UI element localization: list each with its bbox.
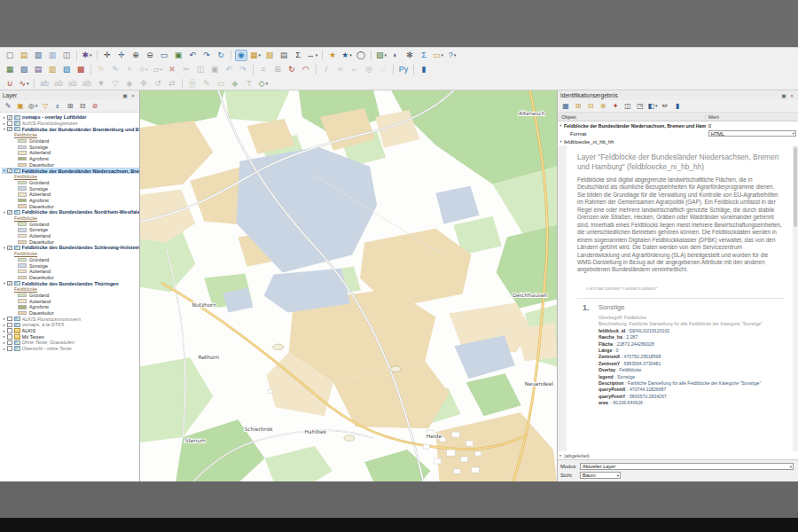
layer-checkbox[interactable] (7, 121, 12, 126)
select-features-icon[interactable]: ▦▾ (249, 50, 262, 61)
layer-checkbox[interactable] (7, 340, 12, 346)
statistics-summary-icon[interactable]: Σ (418, 50, 430, 61)
vertical-scrollbar[interactable] (793, 145, 798, 451)
split-features-icon[interactable]: / (320, 64, 332, 75)
layer-tree-item[interactable]: ▸Übersicht - ohne Texte (2, 346, 139, 352)
add-delimited-text-layer-icon[interactable]: ▥ (46, 64, 59, 75)
layer-tree-item[interactable]: ▾Feldblöcke des Bundeslandes Schleswig-H… (2, 245, 139, 251)
new-print-layout-icon[interactable]: ◫ (60, 50, 73, 61)
message-log-icon[interactable]: ▭▾ (432, 50, 444, 61)
expand-tree-icon[interactable]: ⊞ (573, 101, 583, 111)
save-edits-icon[interactable]: ✎ (109, 64, 121, 75)
offset-curve-icon[interactable]: ◠ (300, 64, 312, 75)
result-layer-row[interactable]: ▾ Feldblöcke der Bundesländer Niedersach… (558, 121, 798, 129)
layer-checkbox[interactable] (7, 317, 12, 322)
style-manager-icon[interactable]: ✱▾ (81, 50, 93, 61)
layer-tree-item[interactable]: ▸Mit Texten (2, 333, 139, 340)
scrollbar-thumb[interactable] (794, 147, 797, 227)
rotate-label-icon[interactable]: ab (66, 78, 79, 90)
decorations-icon[interactable]: ▒ (186, 78, 199, 90)
label-toolbar-labeling-icon[interactable]: ab (38, 78, 51, 90)
trim-extend-icon[interactable]: ⌐ (348, 64, 361, 75)
toggle-editing-icon[interactable]: ✎ (95, 64, 107, 75)
map-canvas[interactable]: AlteneschDeichhausenNutzhornRethornNeuen… (140, 90, 557, 481)
vertex-tool-icon[interactable]: ▱▾ (152, 64, 164, 75)
add-raster-layer-icon[interactable]: ▨ (18, 64, 30, 75)
float-panel-icon[interactable]: ▣ (121, 92, 129, 99)
modus-select[interactable]: Aktueller Layer ▾ (580, 463, 794, 470)
add-group-icon[interactable]: ▣ (15, 101, 26, 111)
layer-tree-item[interactable]: ▾Feldblöcke des Bundeslandes Nordrhein-W… (2, 209, 139, 215)
layer-checkbox[interactable] (7, 246, 12, 251)
expander-icon[interactable]: ▸ (558, 453, 564, 458)
reshape-features-icon[interactable]: ≈ (334, 64, 347, 75)
close-panel-icon[interactable]: × (129, 92, 137, 99)
layer-tree-item[interactable]: ▸osmaps, á la DTK5 (2, 322, 139, 328)
collapse-all-icon[interactable]: ⊟ (77, 101, 88, 111)
layer-styling-icon[interactable]: ◐ (389, 50, 402, 61)
move-label-icon[interactable]: ab (52, 78, 65, 90)
print-response-icon[interactable]: ◳ (635, 101, 645, 111)
show-bookmarks-icon[interactable]: ★▾ (340, 50, 353, 61)
copy-feature-icon[interactable]: ◫ (622, 101, 633, 111)
layer-tree-item[interactable]: ▸ALKIS (2, 328, 139, 334)
filter-by-expression-icon[interactable]: ε (52, 101, 63, 111)
add-feature-icon[interactable]: + (123, 64, 136, 75)
save-project-icon[interactable]: ▥ (32, 50, 44, 61)
open-layer-styling-icon[interactable]: ✎ (3, 101, 13, 111)
change-label-icon[interactable]: ab (81, 78, 93, 90)
close-panel-icon[interactable]: × (788, 92, 795, 99)
layer-checkbox[interactable] (7, 346, 12, 351)
temporal-controller-icon[interactable]: ◯ (355, 50, 367, 61)
fill-ring-icon[interactable]: ◎ (363, 64, 375, 75)
redo-icon[interactable]: ↷ (237, 64, 249, 75)
merge-features-icon[interactable]: ⊞ (271, 64, 284, 75)
identify-form-view-icon[interactable]: ▦ (560, 101, 571, 111)
format-select[interactable]: HTML ▾ (708, 130, 796, 137)
form-annotation-icon[interactable]: ▭ (215, 78, 227, 90)
add-wfs-layer-icon[interactable]: ▩ (74, 64, 87, 75)
zoom-full-icon[interactable]: ▭ (158, 50, 170, 61)
layer-tree-item[interactable]: ▾Feldblöcke der Bundesländer Brandenburg… (2, 126, 139, 132)
cut-features-icon[interactable]: ✂ (180, 64, 192, 75)
undo-icon[interactable]: ↶ (223, 64, 235, 75)
help-contents-icon[interactable]: ▮ (418, 64, 430, 75)
identify-settings-icon[interactable]: ✏ (660, 101, 670, 111)
zoom-in-icon[interactable]: ⊕ (129, 50, 142, 61)
identify-features-icon[interactable]: ◉ (235, 50, 247, 61)
layer-checkbox[interactable] (7, 168, 12, 174)
add-circle-icon[interactable]: ○▾ (137, 64, 150, 75)
expander-icon[interactable]: ▾ (558, 139, 564, 144)
show-hidden-labels-icon[interactable]: ◈ (123, 78, 136, 90)
processing-toolbox-icon[interactable]: ✻ (403, 50, 416, 61)
collapse-tree-icon[interactable]: ⊟ (585, 101, 596, 111)
pan-map-icon[interactable]: ✛ (101, 50, 113, 61)
highlight-pinned-labels-icon[interactable]: ▽ (109, 78, 121, 90)
layer-tree-item[interactable]: ▸osmaps - overlay Luftbilder (2, 114, 139, 121)
zoom-last-icon[interactable]: ↶ (186, 50, 199, 61)
add-mesh-layer-icon[interactable]: ▤ (32, 64, 44, 75)
measure-icon[interactable]: ↔▾ (306, 50, 318, 61)
new-project-icon[interactable]: ▢ (4, 50, 16, 61)
modify-attributes-icon[interactable]: ≡ (257, 64, 270, 75)
layer-checkbox[interactable] (7, 127, 12, 132)
snapping-options-icon[interactable]: ∪ (4, 78, 16, 90)
remove-layer-icon[interactable]: ⊘ (90, 101, 100, 111)
manage-map-themes-icon[interactable]: ◎▾ (27, 101, 38, 111)
layer-tree[interactable]: ▸osmaps - overlay Luftbilder▸ALKIS Flurs… (0, 113, 139, 481)
zoom-to-layer-icon[interactable]: ▣ (172, 50, 184, 61)
layer-checkbox[interactable] (7, 281, 12, 286)
annotations-icon[interactable]: ✎ (200, 78, 213, 90)
data-source-manager-icon[interactable]: ▨▾ (375, 50, 387, 61)
rotate-feature-icon[interactable]: ↻ (286, 64, 298, 75)
filter-legend-icon[interactable]: ▽ (40, 101, 51, 111)
help-icon[interactable]: ?▾ (446, 50, 458, 61)
pan-to-selection-icon[interactable]: ✛ (115, 50, 128, 61)
python-console-icon[interactable]: Py (397, 64, 410, 75)
zoom-out-icon[interactable]: ⊖ (144, 50, 156, 61)
layer-tree-item[interactable]: ▾Feldblöcke der Bundesländer Niedersachs… (2, 168, 139, 174)
delete-selected-icon[interactable]: ✖ (166, 64, 178, 75)
identify-help-icon[interactable]: ▮ (672, 101, 683, 111)
expand-new-results-icon[interactable]: ⊕ (598, 101, 608, 111)
pin-labels-icon[interactable]: ▼ (95, 78, 107, 90)
